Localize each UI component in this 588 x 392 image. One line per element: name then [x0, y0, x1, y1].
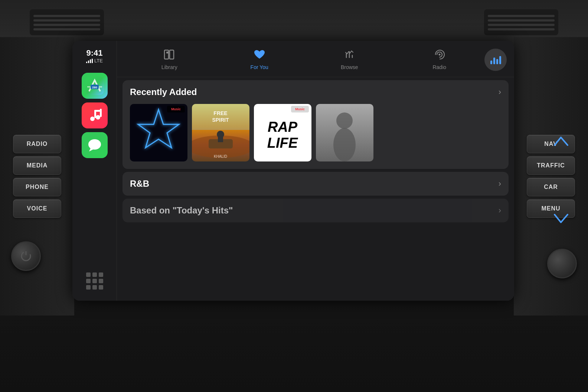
svg-text:SPIRIT: SPIRIT — [212, 117, 229, 123]
home-dot — [86, 279, 91, 283]
network-type: LTE — [94, 58, 103, 63]
home-dot — [86, 272, 91, 277]
scroll-up-button[interactable] — [553, 135, 569, 149]
home-dot — [99, 279, 103, 283]
power-knob[interactable] — [11, 241, 41, 271]
svg-point-14 — [90, 117, 95, 121]
svg-point-45 — [336, 112, 353, 129]
media-button[interactable]: MEDIA — [13, 156, 61, 175]
album-art-1[interactable]: Music — [130, 104, 187, 161]
home-screen-button[interactable] — [82, 269, 107, 293]
album-art-4[interactable] — [316, 104, 373, 161]
browse-icon — [344, 49, 355, 62]
svg-rect-7 — [488, 28, 555, 30]
right-panel: NAV TRAFFIC CAR MENU — [514, 37, 588, 316]
scroll-down-button[interactable] — [553, 212, 569, 226]
recently-added-section: Recently Added › — [122, 80, 509, 169]
svg-rect-24 — [166, 52, 169, 53]
svg-point-46 — [333, 128, 356, 161]
svg-point-25 — [438, 54, 440, 56]
svg-text:RAP: RAP — [268, 119, 298, 135]
eq-bar-3 — [496, 59, 498, 64]
now-playing-button[interactable] — [484, 49, 507, 71]
messages-app-icon[interactable] — [82, 132, 108, 158]
svg-rect-0 — [33, 15, 100, 17]
recently-added-header[interactable]: Recently Added › — [122, 80, 509, 104]
album-art-2[interactable]: FREE SPIRIT KHALID — [192, 104, 249, 161]
svg-rect-4 — [488, 15, 555, 17]
radio-icon — [433, 49, 446, 62]
svg-text:Music: Music — [295, 107, 305, 111]
tab-radio[interactable]: Radio — [395, 46, 485, 73]
eq-bar-1 — [490, 61, 492, 64]
radio-button[interactable]: RADIO — [13, 135, 61, 153]
status-bar: 9:41 LTE — [86, 48, 103, 63]
volume-knob[interactable] — [547, 249, 577, 278]
left-panel: RADIO MEDIA PHONE VOICE — [0, 37, 74, 316]
home-dot — [92, 272, 97, 277]
top-vents — [0, 0, 588, 45]
today-hits-chevron: › — [499, 206, 501, 215]
phone-button[interactable]: PHONE — [13, 178, 61, 196]
sections-area: Recently Added › — [117, 77, 514, 301]
today-hits-section: Based on "Today's Hits" › — [122, 199, 509, 222]
rnb-section: R&B › — [122, 172, 509, 196]
equalizer-icon — [490, 55, 501, 64]
rnb-header[interactable]: R&B › — [122, 172, 509, 196]
home-dot — [86, 285, 91, 290]
tab-browse[interactable]: Browse — [304, 46, 395, 73]
album-art-3[interactable]: RAP LIFE Music — [254, 104, 311, 161]
screen-sidebar: 9:41 LTE — [72, 41, 117, 301]
rnb-title: R&B — [130, 179, 149, 189]
library-icon — [164, 49, 175, 62]
nav-tabs: Library For You — [117, 41, 514, 77]
svg-rect-3 — [33, 28, 100, 30]
recently-added-title: Recently Added — [130, 87, 197, 97]
svg-rect-1 — [33, 19, 100, 22]
svg-point-20 — [88, 139, 101, 150]
rnb-chevron: › — [499, 179, 501, 189]
album-grid: Music — [122, 104, 509, 169]
svg-text:280: 280 — [92, 86, 97, 89]
signal-bar-4 — [92, 59, 93, 63]
heart-icon — [254, 49, 265, 62]
svg-rect-5 — [488, 19, 555, 22]
signal-bar-1 — [86, 62, 87, 63]
svg-rect-6 — [488, 24, 555, 26]
svg-text:KHALID: KHALID — [214, 154, 227, 159]
browse-label: Browse — [341, 64, 358, 70]
home-dot — [99, 285, 103, 290]
signal-bar-2 — [88, 61, 89, 63]
right-vent — [484, 9, 558, 35]
home-dot — [92, 279, 97, 283]
recently-added-chevron: › — [499, 87, 501, 97]
home-dot — [92, 285, 97, 290]
today-hits-title: Based on "Today's Hits" — [130, 205, 233, 216]
music-app-icon[interactable] — [82, 102, 108, 128]
car-button[interactable]: CAR — [527, 178, 575, 196]
svg-rect-26 — [130, 104, 187, 161]
traffic-button[interactable]: TRAFFIC — [527, 156, 575, 175]
maps-app-icon[interactable]: 280 — [82, 73, 108, 99]
screen-content: Library For You — [117, 41, 514, 301]
signal-bar-3 — [90, 59, 91, 63]
left-vent — [30, 9, 104, 35]
svg-point-15 — [96, 115, 100, 120]
tab-for-you[interactable]: For You — [215, 46, 305, 73]
clock: 9:41 — [86, 48, 103, 58]
svg-rect-18 — [94, 110, 102, 112]
voice-button[interactable]: VOICE — [13, 199, 61, 218]
tab-library[interactable]: Library — [124, 46, 215, 73]
svg-text:FREE: FREE — [213, 110, 227, 116]
library-label: Library — [161, 64, 177, 70]
for-you-label: For You — [251, 64, 268, 70]
today-hits-header[interactable]: Based on "Today's Hits" › — [122, 199, 509, 222]
eq-bar-2 — [493, 58, 495, 64]
svg-rect-35 — [218, 137, 223, 142]
svg-text:Music: Music — [171, 107, 181, 111]
signal-bars — [86, 59, 93, 63]
dashboard: RADIO MEDIA PHONE VOICE NAV TRAFFIC CAR … — [0, 0, 588, 392]
svg-rect-2 — [33, 24, 100, 26]
svg-rect-22 — [164, 50, 169, 59]
eq-bar-4 — [499, 56, 501, 64]
